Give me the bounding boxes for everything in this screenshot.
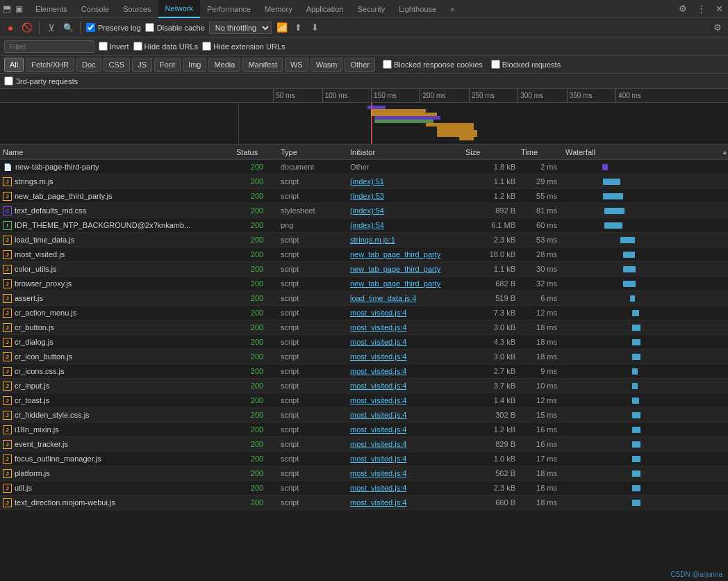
col-header-status[interactable]: Status	[236, 148, 278, 156]
table-row[interactable]: J event_tracker.js 200 script most_visit…	[0, 437, 728, 452]
cell-initiator[interactable]: most_visited.js:4	[347, 498, 465, 507]
tab-performance[interactable]: Performance	[200, 0, 258, 18]
network-settings-icon[interactable]: ⚙	[711, 22, 724, 34]
tab-sources[interactable]: Sources	[116, 0, 158, 18]
timeline-chart[interactable]	[0, 103, 728, 145]
search-button[interactable]: 🔍	[62, 22, 74, 34]
blocked-cookies-input[interactable]	[383, 60, 392, 69]
cell-initiator[interactable]: (index):53	[347, 192, 465, 200]
table-row[interactable]: J cr_input.js 200 script most_visited.js…	[0, 379, 728, 393]
filter-btn-css[interactable]: CSS	[104, 58, 131, 72]
disable-cache-checkbox[interactable]: Disable cache	[145, 23, 205, 32]
invert-input[interactable]	[99, 42, 108, 51]
cell-initiator[interactable]: most_visited.js:4	[347, 352, 465, 361]
col-header-type[interactable]: Type	[278, 148, 347, 156]
table-row[interactable]: J load_time_data.js 200 script strings.m…	[0, 233, 728, 247]
table-row[interactable]: J cr_icons.css.js 200 script most_visite…	[0, 364, 728, 379]
more-icon[interactable]: ⋮	[695, 3, 707, 15]
filter-input[interactable]	[4, 40, 94, 53]
filter-btn-ws[interactable]: WS	[285, 58, 308, 72]
col-header-waterfall[interactable]: Waterfall ▲	[563, 148, 728, 156]
table-row[interactable]: J cr_action_menu.js 200 script most_visi…	[0, 306, 728, 320]
table-row[interactable]: C text_defaults_md.css 200 stylesheet (i…	[0, 204, 728, 218]
hide-extension-urls-checkbox[interactable]: Hide extension URLs	[202, 42, 285, 51]
table-row[interactable]: J platform.js 200 script most_visited.js…	[0, 466, 728, 481]
filter-btn-all[interactable]: All	[4, 58, 24, 72]
table-row[interactable]: J cr_icon_button.js 200 script most_visi…	[0, 350, 728, 364]
table-row[interactable]: J color_utils.js 200 script new_tab_page…	[0, 262, 728, 277]
preserve-log-input[interactable]	[86, 23, 95, 32]
cell-initiator[interactable]: most_visited.js:4	[347, 367, 465, 375]
import-icon[interactable]: ⬆	[292, 22, 305, 34]
blocked-requests-input[interactable]	[491, 60, 500, 69]
filter-btn-wasm[interactable]: Wasm	[311, 58, 343, 72]
cell-initiator[interactable]: most_visited.js:4	[347, 323, 465, 332]
cell-initiator[interactable]: new_tab_page_third_party	[347, 250, 465, 259]
cell-initiator[interactable]: most_visited.js:4	[347, 455, 465, 463]
cell-initiator[interactable]: (index):54	[347, 206, 465, 215]
record-button[interactable]: ●	[4, 22, 17, 34]
table-row[interactable]: J cr_dialog.js 200 script most_visited.j…	[0, 335, 728, 350]
close-icon[interactable]: ✕	[713, 3, 725, 15]
blocked-cookies-checkbox[interactable]: Blocked response cookies	[383, 60, 483, 69]
cell-initiator[interactable]: most_visited.js:4	[347, 425, 465, 434]
filter-btn-font[interactable]: Font	[154, 58, 181, 72]
col-header-initiator[interactable]: Initiator	[347, 148, 465, 156]
table-row[interactable]: J new_tab_page_third_party.js 200 script…	[0, 189, 728, 204]
export-icon[interactable]: ⬇	[309, 22, 322, 34]
tab-network[interactable]: Network	[158, 0, 200, 18]
table-row[interactable]: J most_visited.js 200 script new_tab_pag…	[0, 247, 728, 262]
settings-icon[interactable]: ⚙	[677, 3, 689, 15]
cell-initiator[interactable]: most_visited.js:4	[347, 469, 465, 477]
hide-extension-urls-input[interactable]	[202, 42, 211, 51]
hide-data-urls-input[interactable]	[133, 42, 142, 51]
cell-initiator[interactable]: most_visited.js:4	[347, 382, 465, 390]
third-party-input[interactable]	[4, 76, 13, 85]
col-header-time[interactable]: Time	[521, 148, 563, 156]
table-row[interactable]: J browser_proxy.js 200 script new_tab_pa…	[0, 277, 728, 291]
preserve-log-checkbox[interactable]: Preserve log	[86, 23, 141, 32]
filter-btn-fetch-xhr[interactable]: Fetch/XHR	[26, 58, 74, 72]
tab-elements[interactable]: Elements	[28, 0, 74, 18]
tab-memory[interactable]: Memory	[258, 0, 299, 18]
filter-button[interactable]: ⊻	[45, 22, 58, 34]
disable-cache-input[interactable]	[145, 23, 154, 32]
tab-more[interactable]: »	[443, 0, 461, 18]
hide-data-urls-checkbox[interactable]: Hide data URLs	[133, 42, 199, 51]
table-row[interactable]: J cr_hidden_style.css.js 200 script most…	[0, 408, 728, 423]
throttle-select[interactable]: No throttling	[209, 22, 272, 34]
cell-initiator[interactable]: load_time_data.js:4	[347, 294, 465, 302]
cell-initiator[interactable]: most_visited.js:4	[347, 440, 465, 448]
cell-initiator[interactable]: (index):51	[347, 177, 465, 186]
filter-btn-img[interactable]: Img	[183, 58, 206, 72]
filter-btn-media[interactable]: Media	[208, 58, 240, 72]
tab-application[interactable]: Application	[299, 0, 351, 18]
cell-initiator[interactable]: most_visited.js:4	[347, 411, 465, 419]
wifi-icon[interactable]: 📶	[276, 22, 288, 34]
cell-initiator[interactable]: most_visited.js:4	[347, 396, 465, 404]
tab-console[interactable]: Console	[74, 0, 116, 18]
cell-initiator[interactable]: new_tab_page_third_party	[347, 265, 465, 273]
blocked-requests-checkbox[interactable]: Blocked requests	[491, 60, 561, 69]
table-row[interactable]: J cr_button.js 200 script most_visited.j…	[0, 320, 728, 335]
col-header-name[interactable]: Name	[0, 148, 236, 156]
cell-initiator[interactable]: most_visited.js:4	[347, 309, 465, 317]
table-row[interactable]: I IDR_THEME_NTP_BACKGROUND@2x?knkamb... …	[0, 218, 728, 233]
cell-initiator[interactable]: new_tab_page_third_party	[347, 279, 465, 288]
cell-initiator[interactable]: most_visited.js:4	[347, 338, 465, 346]
invert-checkbox[interactable]: Invert	[99, 42, 129, 51]
cell-initiator[interactable]: Other	[347, 163, 465, 171]
tab-security[interactable]: Security	[350, 0, 392, 18]
cell-initiator[interactable]: (index):54	[347, 221, 465, 229]
col-header-size[interactable]: Size	[465, 148, 521, 156]
table-row[interactable]: J focus_outline_manager.js 200 script mo…	[0, 452, 728, 466]
clear-button[interactable]: 🚫	[21, 22, 33, 34]
cell-initiator[interactable]: strings.m.js:1	[347, 236, 465, 244]
table-row[interactable]: J strings.m.js 200 script (index):51 1.1…	[0, 174, 728, 189]
filter-btn-manifest[interactable]: Manifest	[242, 58, 283, 72]
cell-initiator[interactable]: most_visited.js:4	[347, 484, 465, 492]
tab-lighthouse[interactable]: Lighthouse	[392, 0, 443, 18]
filter-btn-other[interactable]: Other	[345, 58, 375, 72]
filter-btn-doc[interactable]: Doc	[76, 58, 101, 72]
table-row[interactable]: J text_direction.mojom-webui.js 200 scri…	[0, 496, 728, 510]
